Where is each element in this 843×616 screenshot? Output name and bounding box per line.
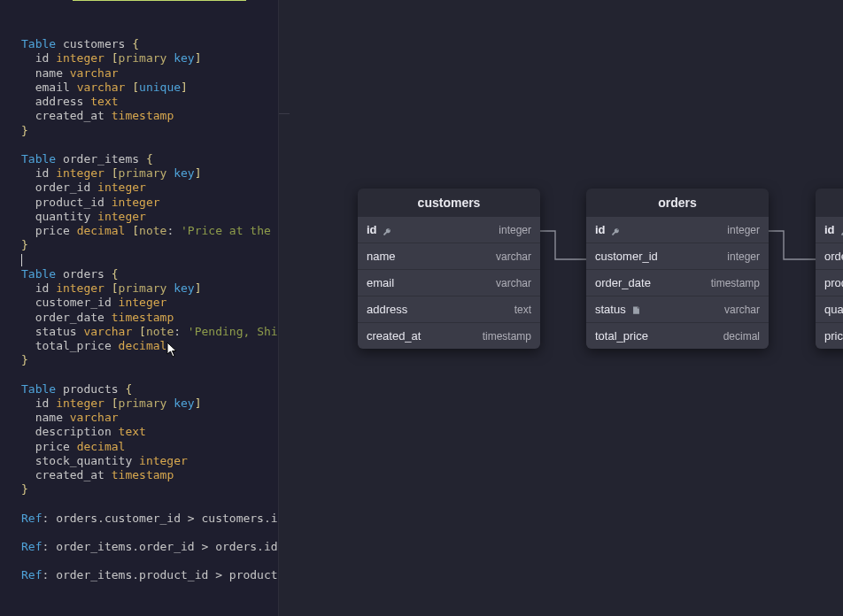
table-row[interactable]: status varchar <box>586 296 769 322</box>
table-row[interactable]: orde <box>816 243 843 269</box>
table-name: customers <box>63 37 125 50</box>
note-icon <box>631 304 641 314</box>
keyword-table: Table <box>21 37 56 50</box>
table-row[interactable]: id integer <box>586 217 769 243</box>
table-header[interactable]: orders <box>586 189 769 217</box>
db-table-orders[interactable]: orders id integer customer_idinteger ord… <box>586 189 769 349</box>
table-row[interactable]: order_datetimestamp <box>586 269 769 296</box>
key-icon <box>840 226 843 235</box>
table-row[interactable]: emailvarchar <box>358 269 540 296</box>
table-header[interactable] <box>816 189 843 217</box>
table-row[interactable]: id integer <box>358 217 540 243</box>
table-row[interactable]: id <box>816 217 843 243</box>
table-row[interactable]: addresstext <box>358 296 540 322</box>
code-editor[interactable]: Table customers { id integer [primary ke… <box>0 0 278 616</box>
db-table-customers[interactable]: customers id integer namevarchar emailva… <box>358 189 540 349</box>
key-icon <box>611 226 620 235</box>
table-row[interactable]: prod <box>816 269 843 296</box>
key-icon <box>383 226 391 235</box>
table-header[interactable]: customers <box>358 189 540 217</box>
table-row[interactable]: pric <box>816 322 843 349</box>
table-row[interactable]: total_pricedecimal <box>586 322 769 349</box>
diagram-canvas[interactable]: customers id integer namevarchar emailva… <box>278 0 843 616</box>
text-cursor <box>21 254 22 266</box>
table-row[interactable]: created_attimestamp <box>358 322 540 349</box>
hint-underline <box>73 0 246 1</box>
table-row[interactable]: qua <box>816 296 843 322</box>
table-row[interactable]: namevarchar <box>358 243 540 269</box>
db-table-partial[interactable]: id orde prod qua pric <box>816 189 843 349</box>
table-row[interactable]: customer_idinteger <box>586 243 769 269</box>
